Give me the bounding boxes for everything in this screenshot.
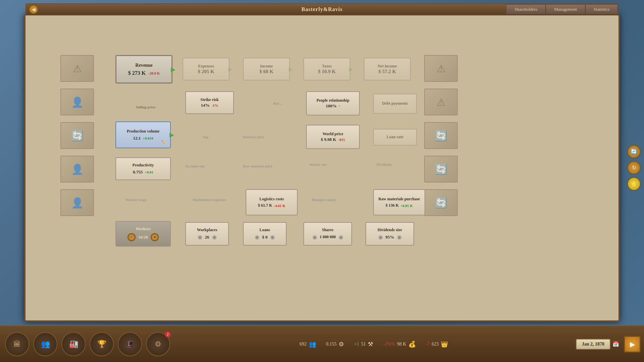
content-area: ⚠ 👤 🔄 👤 👤 ⚠ ⚠ 🔄 🔄 🔄 Revenu [28, 18, 616, 318]
production-volume-node[interactable]: Production volume 12.1 +0.034 ✏️ ▶ [115, 121, 171, 148]
workplaces-node[interactable]: Workplaces ◉ 26 ◉ [185, 222, 229, 246]
productivity-value: 0.755 [133, 169, 143, 175]
resource-icon: ⚙ [339, 341, 344, 348]
industry-btn[interactable]: 🏭 [61, 332, 86, 356]
population-icon: 👥 [309, 341, 316, 348]
settings-badge: 2 [165, 331, 171, 338]
workers-change: +1 [354, 342, 359, 347]
side-star-btn[interactable]: ⭐ [627, 177, 641, 191]
workers-wage-label: Workers wage [126, 198, 147, 202]
people-relationship-node[interactable]: People relationship 100% - [306, 91, 360, 115]
date-display: Jan 2, 1870 [576, 339, 610, 350]
selling-price-node: Selling price [126, 100, 166, 114]
politics-btn[interactable]: 🎩 [118, 332, 142, 356]
people-btn[interactable]: 👥 [33, 332, 57, 356]
side-icons: 🔄 ↻ ⭐ [627, 145, 641, 191]
workers-increase-btn[interactable]: + [151, 233, 159, 241]
tab-statistics[interactable]: Statistics [585, 4, 618, 14]
raw-materials-price-label: Raw materials price [243, 164, 273, 168]
economy-change: -2%% [383, 342, 395, 347]
dividends-size-node[interactable]: Dividends size ◉ 95% ◉ [365, 222, 414, 246]
tab-buttons: Shareholders Management Statistics [506, 4, 618, 14]
tab-management[interactable]: Management [546, 4, 585, 14]
revenue-node[interactable]: Revenue $ 273 K -20.8 K ▶ [115, 55, 172, 84]
calendar-icon[interactable]: 📅 [612, 341, 619, 347]
portrait-right-1: ⚠ [424, 55, 458, 82]
city-btn[interactable]: 🏛 [5, 332, 29, 356]
workers-status-count: 51 [361, 342, 366, 347]
raw-materials-title: Raw materials purchase [379, 197, 420, 202]
taxes-title: Taxes [322, 64, 332, 69]
loans-node[interactable]: Loans ◉ $ 0 ◉ [243, 222, 287, 246]
loans-value: $ 0 [262, 235, 267, 240]
loan-rate-node: Loan rate [373, 129, 417, 146]
people-relationship-change: - [339, 103, 340, 109]
workers-decrease-btn[interactable]: − [128, 233, 136, 241]
workplaces-title: Workplaces [197, 227, 217, 233]
bottom-toolbar: 🏛 👥 🏭 🏆 🎩 ⚙ 2 692 👥 0.155 ⚙ +1 51 ⚒ -2%%… [0, 325, 644, 362]
loan-rate-title: Loan rate [387, 135, 403, 140]
dividends-right-icon[interactable]: ◉ [397, 234, 402, 240]
economy-icon: 💰 [408, 341, 416, 348]
loans-right-icon[interactable]: ◉ [270, 234, 275, 240]
strike-risk-title: Strike risk [200, 97, 218, 103]
population-value: 692 [300, 342, 307, 347]
debt-payments-node: Debt payments [373, 94, 417, 114]
strike-risk-node[interactable]: Strike risk 14% -1% [185, 91, 234, 114]
portrait-5: 👤 [60, 189, 94, 216]
shares-right-icon[interactable]: ◉ [339, 234, 343, 240]
achievements-btn[interactable]: 🏆 [90, 332, 114, 356]
strike-risk-value: 14% [201, 103, 209, 108]
back-button[interactable]: ◀ [29, 5, 38, 14]
workplaces-right-icon[interactable]: ◉ [212, 234, 217, 240]
window-top-bar: ◀ Basterly&Ravis Shareholders Management… [26, 3, 618, 15]
workplaces-left-icon[interactable]: ◉ [198, 234, 202, 240]
production-volume-value: 12.1 [133, 136, 141, 141]
economy-value: 98 K [397, 342, 406, 347]
revenue-title: Revenue [135, 62, 152, 68]
portrait-right-3: 🔄 [424, 122, 458, 149]
workers-count: 16/26 [138, 235, 148, 240]
dividends-left-icon[interactable]: ◉ [378, 234, 383, 240]
productivity-node[interactable]: Productivity 0.755 +0.01 [115, 157, 171, 180]
balance-value: 623 [432, 342, 439, 347]
balance-status: -7 623 👑 [426, 341, 448, 348]
portrait-right-5: 🔄 [424, 189, 458, 216]
settings-btn[interactable]: ⚙ 2 [146, 332, 170, 356]
workplaces-value: 26 [205, 235, 209, 240]
logistics-costs-node[interactable]: Logistics costs $ 61.7 K -4.61 K [246, 189, 298, 215]
shares-value: 1 000 000 [320, 235, 336, 240]
workers-node[interactable]: Workers − 16/26 + [115, 221, 171, 247]
logistics-costs-title: Logistics costs [259, 197, 284, 202]
revenue-change: -20.8 K [148, 71, 160, 75]
resource-status: 0.155 ⚙ [326, 341, 344, 348]
production-volume-change: +0.034 [143, 136, 153, 140]
debt-payments-title: Debt payments [382, 101, 408, 106]
productivity-title: Productivity [133, 163, 154, 168]
tab-shareholders[interactable]: Shareholders [506, 4, 546, 14]
raw-materials-node[interactable]: Raw materials purchase $ 136 K +6.85 K [373, 189, 425, 215]
side-sync-btn[interactable]: ↻ [627, 161, 641, 174]
side-refresh-btn[interactable]: 🔄 [627, 145, 641, 158]
portrait-right-2: ⚠ [424, 89, 458, 115]
raw-materials-value: $ 136 K [386, 203, 399, 208]
dividends-size-title: Dividends size [378, 227, 402, 233]
balance-icon: 👑 [441, 341, 448, 348]
taxes-value: $ 10.9 K [318, 69, 336, 74]
world-price-node[interactable]: World price $ 9.98 K -815 [306, 125, 360, 149]
revenue-value: $ 273 K [128, 70, 146, 76]
loans-left-icon[interactable]: ◉ [255, 234, 259, 240]
expenses-node: Expenses $ 205 K ▶ [183, 58, 230, 81]
workers-title: Workers [136, 226, 151, 232]
managers-salary-label: Managers salary [312, 198, 336, 202]
loans-title: Loans [259, 227, 270, 233]
play-button[interactable]: ▶ [624, 336, 641, 353]
shares-node[interactable]: Shares ◉ 1 000 000 ◉ [303, 222, 352, 246]
economy-status: -2%% 98 K 💰 [383, 341, 416, 348]
toolbar-buttons-group: 🏛 👥 🏭 🏆 🎩 ⚙ 2 [3, 332, 172, 356]
shares-left-icon[interactable]: ◉ [312, 234, 317, 240]
accident-rate-label: Accident rate [185, 164, 205, 168]
dividends-size-value: 95% [386, 235, 394, 240]
strike-risk-change: -1% [211, 103, 218, 107]
productivity-change: +0.01 [145, 170, 153, 174]
